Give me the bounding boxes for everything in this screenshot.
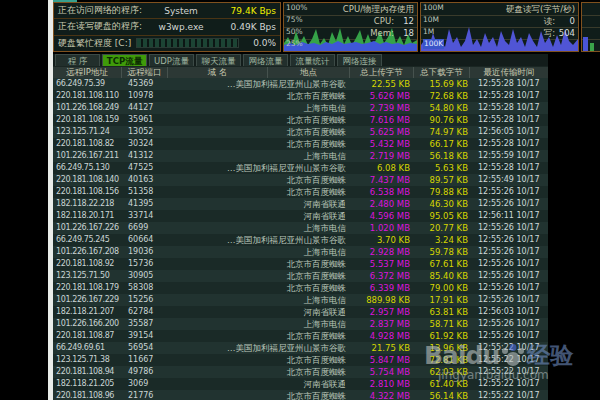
cell-upload-bytes: 5.847 MB xyxy=(350,354,414,366)
cell-remote-port: 21776 xyxy=(122,390,168,400)
cell-download-bytes: 72.81 KB xyxy=(414,354,470,366)
cell-remote-port: 35587 xyxy=(122,318,168,330)
table-row[interactable]: 101.226.167.2266699上海市电信1.020 MB20.77 KB… xyxy=(53,222,548,234)
table-row[interactable]: 220.181.108.14040163北京市百度蜘蛛7.437 MB89.57… xyxy=(53,174,548,186)
cell-remote-ip: 66.249.75.245 xyxy=(53,234,122,246)
net-program-name: System xyxy=(142,6,220,16)
disk-busy-row: 硬盘繁忙程度 [C:] 0.0% xyxy=(54,36,280,51)
cell-download-bytes: 61.92 KB xyxy=(414,330,470,342)
cell-location: 北京市百度蜘蛛 xyxy=(268,366,350,378)
cell-last-transfer-time: 12:55:28 10/17 xyxy=(470,90,548,102)
cell-domain xyxy=(168,366,268,378)
cell-domain xyxy=(168,390,268,400)
disk-program-label: 正在读写硬盘的程序: xyxy=(58,20,142,33)
cell-last-transfer-time: 12:56:03 10/17 xyxy=(470,306,548,318)
cell-download-bytes: 66.17 KB xyxy=(414,138,470,150)
cell-last-transfer-time: 12:55:22 10/17 xyxy=(470,378,548,390)
column-header-0[interactable]: 远程IP地址 xyxy=(53,67,122,78)
cell-remote-port: 10978 xyxy=(122,90,168,102)
cell-upload-bytes: 1.020 MB xyxy=(350,222,414,234)
cell-remote-port: 41312 xyxy=(122,150,168,162)
table-row[interactable]: 220.181.108.15651358北京市百度蜘蛛6.538 MB79.88… xyxy=(53,186,548,198)
table-row[interactable]: 66.249.75.24560664美国加利福尼亚州山景市谷歌…3.70 KB3… xyxy=(53,234,548,246)
table-row[interactable]: 220.181.108.9215736北京市百度蜘蛛5.537 MB67.61 … xyxy=(53,258,548,270)
column-header-5[interactable]: 总下载字节 xyxy=(414,67,470,78)
cell-domain xyxy=(168,222,268,234)
table-row[interactable]: 101.226.168.24944127上海市电信2.739 MB54.80 K… xyxy=(53,102,548,114)
tab-1[interactable]: TCP流量 xyxy=(102,54,147,66)
cell-upload-bytes: 5.625 MB xyxy=(350,126,414,138)
table-row[interactable]: 220.181.108.9621776北京市百度蜘蛛4.322 MB56.14 … xyxy=(53,390,548,400)
table-row[interactable]: 220.181.108.9449786北京市百度蜘蛛5.754 MB62.03 … xyxy=(53,366,548,378)
cell-last-transfer-time: 12:55:26 10/17 xyxy=(470,222,548,234)
table-row[interactable]: 220.181.108.15935961北京市百度蜘蛛7.616 MB90.76… xyxy=(53,114,548,126)
column-header-1[interactable]: 远程端口 xyxy=(122,67,168,78)
cell-location: 美国加利福尼亚州山景市谷歌… xyxy=(268,342,350,354)
column-header-2[interactable]: 域 名 xyxy=(168,67,268,78)
table-row[interactable]: 101.226.167.21141312上海市电信2.719 MB56.18 K… xyxy=(53,150,548,162)
table-row[interactable]: 123.125.71.3811667北京市百度蜘蛛5.847 MB72.81 K… xyxy=(53,354,548,366)
cell-location: 美国加利福尼亚州山景市谷歌… xyxy=(268,234,350,246)
table-row[interactable]: 220.181.108.17958308北京市百度蜘蛛6.339 MB79.00… xyxy=(53,282,548,294)
cell-location: 上海市电信 xyxy=(268,222,350,234)
cell-download-bytes: 56.18 KB xyxy=(414,150,470,162)
table-row[interactable]: 220.181.108.11010978北京市百度蜘蛛5.626 MB72.68… xyxy=(53,90,548,102)
tab-0[interactable]: 程 序 xyxy=(55,54,100,66)
column-header-3[interactable]: 地点 xyxy=(268,67,350,78)
cell-remote-ip: 220.181.108.87 xyxy=(53,330,122,342)
table-row[interactable]: 182.118.20.17133714河南省联通4.596 MB95.05 KB… xyxy=(53,210,548,222)
table-row[interactable]: 66.249.75.13047525美国加利福尼亚州山景市谷歌…6.08 KB5… xyxy=(53,162,548,174)
cpu-scale-25: 25% xyxy=(286,39,303,49)
cell-upload-bytes: 6.08 KB xyxy=(350,162,414,174)
cell-remote-port: 49786 xyxy=(122,366,168,378)
tab-3[interactable]: 聊天流量 xyxy=(196,54,241,66)
cell-remote-ip: 220.181.108.110 xyxy=(53,90,122,102)
cell-upload-bytes: 2.480 MB xyxy=(350,198,414,210)
table-row[interactable]: 123.125.71.5030905北京市百度蜘蛛6.372 MB85.40 K… xyxy=(53,270,548,282)
cell-remote-ip: 182.118.21.205 xyxy=(53,378,122,390)
tab-5[interactable]: 流量统计 xyxy=(290,54,335,66)
table-row[interactable]: 182.118.21.20762784河南省联通2.957 MB63.81 KB… xyxy=(53,306,548,318)
column-header-4[interactable]: 总上传字节 xyxy=(350,67,414,78)
disk-scale-10m: 10M xyxy=(423,15,439,25)
cell-remote-port: 3069 xyxy=(122,378,168,390)
table-row[interactable]: 220.181.108.8739154北京市百度蜘蛛4.928 MB61.92 … xyxy=(53,330,548,342)
cell-download-bytes: 90.76 KB xyxy=(414,114,470,126)
table-row[interactable]: 101.226.167.22915256上海市电信889.98 KB17.91 … xyxy=(53,294,548,306)
tab-2[interactable]: UDP流量 xyxy=(149,54,194,66)
tab-4[interactable]: 网络流量 xyxy=(243,54,288,66)
cell-upload-bytes: 2.837 MB xyxy=(350,318,414,330)
tab-bar: 程 序TCP流量UDP流量聊天流量网络流量流量统计网络连接 xyxy=(53,54,548,66)
cell-location: 北京市百度蜘蛛 xyxy=(268,330,350,342)
disk-io-graph-panel: 100M 10M 1M 100K 硬盘读写(字节/秒) 读:0 写:504 xyxy=(420,2,579,52)
column-header-6[interactable]: 最近传输时间 xyxy=(470,67,548,78)
table-row[interactable]: 220.181.108.8230324北京市百度蜘蛛5.432 MB66.17 … xyxy=(53,138,548,150)
table-row[interactable]: 123.125.71.2413052北京市百度蜘蛛5.625 MB74.97 K… xyxy=(53,126,548,138)
cell-remote-ip: 123.125.71.24 xyxy=(53,126,122,138)
cell-domain xyxy=(168,198,268,210)
table-row[interactable]: 182.118.22.21841395河南省联通2.480 MB46.30 KB… xyxy=(53,198,548,210)
table-row[interactable]: 101.226.167.20819036上海市电信2.928 MB59.78 K… xyxy=(53,246,548,258)
cell-remote-ip: 182.118.20.171 xyxy=(53,210,122,222)
cell-remote-port: 33714 xyxy=(122,210,168,222)
cell-upload-bytes: 21.75 KB xyxy=(350,342,414,354)
cell-last-transfer-time: 12:55:26 10/17 xyxy=(470,282,548,294)
cell-domain xyxy=(168,306,268,318)
table-row[interactable]: 66.249.69.6156954美国加利福尼亚州山景市谷歌…21.75 KB1… xyxy=(53,342,548,354)
cell-remote-port: 47525 xyxy=(122,162,168,174)
cell-remote-port: 15736 xyxy=(122,258,168,270)
table-row[interactable]: 66.249.75.3945369美国加利福尼亚州山景市谷歌…22.55 KB1… xyxy=(53,78,548,90)
table-row[interactable]: 101.226.166.20035587上海市电信2.837 MB58.71 K… xyxy=(53,318,548,330)
cell-download-bytes: 79.88 KB xyxy=(414,186,470,198)
tab-6[interactable]: 网络连接 xyxy=(337,54,382,66)
cell-last-transfer-time: 12:55:26 10/17 xyxy=(470,318,548,330)
cell-domain xyxy=(168,150,268,162)
disk-write-line: 写:504 xyxy=(544,28,575,40)
table-row[interactable]: 182.118.21.2053069河南省联通2.810 MB61.40 KB1… xyxy=(53,378,548,390)
cell-domain xyxy=(168,174,268,186)
cell-last-transfer-time: 12:55:26 10/17 xyxy=(470,186,548,198)
cell-last-transfer-time: 12:55:28 10/17 xyxy=(470,102,548,114)
disk-scale-100m: 100M xyxy=(423,3,444,13)
activity-panel: 正在访问网络的程序: System 79.4K Bps 正在读写硬盘的程序: w… xyxy=(53,2,281,52)
cell-last-transfer-time: 12:55:26 10/17 xyxy=(470,234,548,246)
